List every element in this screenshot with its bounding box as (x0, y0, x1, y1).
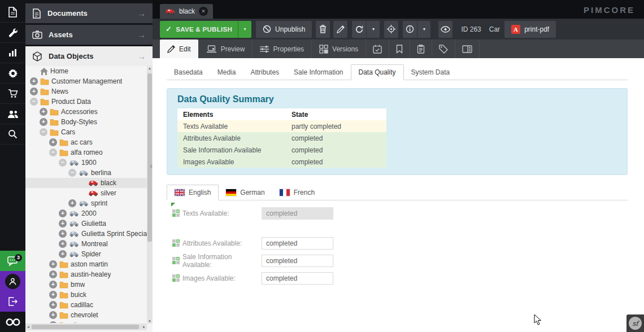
tag-button[interactable] (432, 40, 455, 58)
expand-icon[interactable]: + (49, 260, 57, 268)
accordion-assets[interactable]: Assets→ (25, 25, 153, 45)
vertical-scroll-thumb[interactable] (147, 73, 152, 242)
reload-button[interactable] (352, 21, 366, 38)
accordion-data-objects[interactable]: Data Objects→ (25, 46, 153, 66)
panel-collapse-handle[interactable]: ‹ (150, 161, 153, 171)
expand-icon[interactable]: + (59, 250, 67, 258)
bookmark-button[interactable] (389, 40, 410, 58)
tree-item-home[interactable]: Home (25, 66, 147, 76)
expand-icon[interactable]: + (49, 281, 57, 289)
tree-item-black[interactable]: black (25, 178, 147, 188)
expand-icon[interactable]: + (59, 220, 67, 228)
tree-item-aston-martin[interactable]: +aston martin (25, 259, 147, 269)
expand-icon[interactable]: + (49, 270, 57, 278)
expand-icon[interactable]: + (59, 230, 67, 238)
tab-sale-information[interactable]: Sale Information (286, 65, 350, 80)
tree-item-customer-management[interactable]: +Customer Management (25, 76, 147, 86)
field-input-attributes-available[interactable] (262, 237, 333, 250)
clipboard-button[interactable] (410, 40, 432, 58)
tools-nav-button[interactable] (0, 23, 25, 43)
mode-tab-preview[interactable]: Preview (199, 40, 253, 58)
tree-item-sprint[interactable]: +sprint (25, 198, 147, 208)
language-tab-german[interactable]: German (219, 185, 272, 200)
expand-icon[interactable]: + (49, 311, 57, 319)
save-options-dropdown-button[interactable]: ▼ (238, 21, 251, 38)
tab-attributes[interactable]: Attributes (243, 65, 286, 80)
tree-item-news[interactable]: +News (25, 86, 147, 97)
tab-black[interactable]: black ✕ (160, 4, 213, 19)
pimcore-logo-button[interactable] (0, 312, 25, 332)
tab-basedata[interactable]: Basedata (167, 65, 210, 80)
language-tab-french[interactable]: French (272, 185, 322, 200)
field-input-images-available[interactable] (262, 272, 333, 285)
reports-nav-button[interactable] (0, 43, 25, 63)
tree-item-ac-cars[interactable]: +ac cars (25, 137, 147, 147)
tree-item-silver[interactable]: silver (25, 188, 147, 198)
rename-button[interactable] (333, 21, 347, 38)
tree-item-2000[interactable]: +2000 (25, 208, 147, 219)
tree-vertical-scrollbar[interactable]: ▲ ▼ (147, 66, 153, 324)
tree-item-1900[interactable]: −1900 (25, 158, 147, 168)
tree-item-citroen[interactable]: +citroen (25, 320, 147, 323)
info-button[interactable] (403, 21, 417, 38)
print-pdf-button[interactable]: A print-pdf (504, 21, 556, 38)
open-preview-button[interactable] (438, 21, 452, 38)
expand-icon[interactable]: + (40, 118, 47, 126)
customers-nav-button[interactable] (0, 104, 25, 124)
tab-data-quality[interactable]: Data Quality (351, 64, 404, 80)
collapse-icon[interactable]: − (59, 159, 67, 167)
field-input-sale-information-available[interactable] (262, 255, 333, 267)
collapse-icon[interactable]: − (68, 169, 76, 177)
cart-nav-button[interactable] (0, 84, 25, 104)
unpublish-button[interactable]: Unpublish (256, 21, 312, 38)
tree-item-cadillac[interactable]: +cadillac (25, 300, 147, 310)
expand-icon[interactable]: + (49, 321, 57, 323)
tree-item-austin-healey[interactable]: +austin-healey (25, 269, 147, 279)
logout-button[interactable] (0, 291, 25, 312)
symfony-toolbar-button[interactable]: sf (626, 314, 644, 332)
locate-in-tree-button[interactable] (384, 21, 398, 38)
expand-icon[interactable]: + (30, 88, 38, 95)
search-nav-button[interactable] (0, 124, 25, 145)
expand-icon[interactable]: + (30, 77, 38, 85)
mode-tab-properties[interactable]: Properties (253, 40, 312, 58)
scroll-down-icon[interactable]: ▼ (147, 320, 153, 323)
scroll-right-icon[interactable]: ► (141, 325, 147, 329)
tree-item-spider[interactable]: +Spider (25, 249, 147, 259)
tree-horizontal-scrollbar[interactable]: ◄ ► (25, 324, 147, 330)
save-publish-button[interactable]: ✓ SAVE & PUBLISH (160, 21, 238, 38)
horizontal-scroll-thumb[interactable] (32, 325, 139, 329)
expand-icon[interactable]: + (40, 108, 47, 116)
collapse-icon[interactable]: − (49, 148, 57, 156)
expand-icon[interactable]: + (59, 240, 67, 248)
tree-item-buick[interactable]: +buick (25, 290, 147, 300)
tree-item-body-styles[interactable]: +Body-Styles (25, 117, 147, 127)
language-tab-english[interactable]: English (167, 185, 219, 200)
collapse-icon[interactable]: − (40, 128, 47, 136)
user-button[interactable] (0, 271, 25, 291)
tab-system-data[interactable]: System Data (404, 65, 458, 80)
mode-tab-versions[interactable]: Versions (312, 40, 366, 58)
tab-media[interactable]: Media (210, 65, 243, 80)
tree-item-alfa-romeo[interactable]: −alfa romeo (25, 147, 147, 158)
scroll-left-icon[interactable]: ◄ (25, 325, 31, 329)
reload-dropdown-button[interactable]: ▼ (366, 21, 380, 38)
accordion-documents[interactable]: Documents→ (25, 3, 153, 23)
layout-button[interactable] (455, 40, 480, 58)
scroll-up-icon[interactable]: ▲ (147, 67, 153, 70)
close-icon[interactable]: ✕ (199, 7, 208, 16)
tree-item-accessories[interactable]: +Accessories (25, 107, 147, 117)
settings-nav-button[interactable] (0, 63, 25, 84)
expand-icon[interactable]: + (59, 209, 67, 217)
file-nav-button[interactable] (0, 2, 25, 23)
expand-icon[interactable]: + (49, 291, 57, 299)
tree-item-bmw[interactable]: +bmw (25, 279, 147, 290)
tree-item-gulietta-sprint-special[interactable]: +Gulietta Sprint Special (25, 229, 147, 239)
calendar-check-button[interactable] (366, 40, 389, 58)
tree-item-montreal[interactable]: +Montreal (25, 239, 147, 249)
expand-icon[interactable]: + (49, 301, 57, 309)
tree-item-cars[interactable]: −Cars (25, 127, 147, 137)
tree-item-chevrolet[interactable]: +chevrolet (25, 310, 147, 320)
delete-button[interactable] (316, 21, 330, 38)
mode-tab-edit[interactable]: Edit (160, 40, 198, 58)
